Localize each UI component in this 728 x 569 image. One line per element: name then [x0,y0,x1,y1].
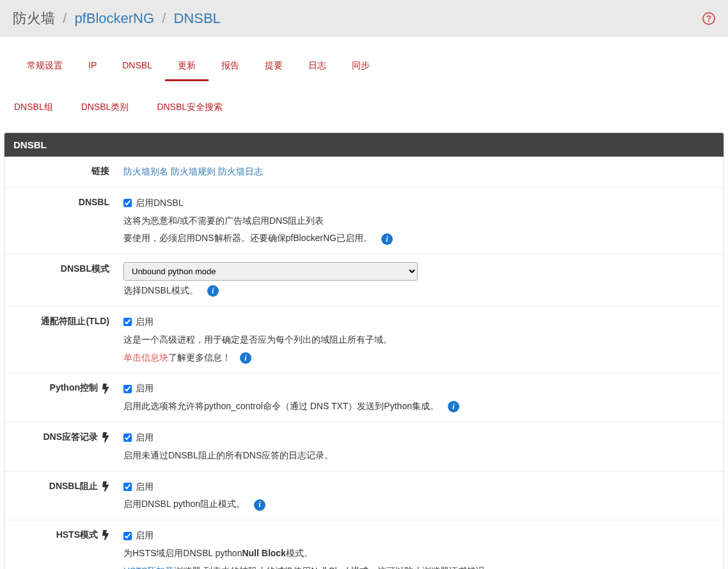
tab-update[interactable]: 更新 [165,52,209,81]
dnsbl-panel: DNSBL 链接 防火墙别名 防火墙规则 防火墙日志 DNSBL 启用DNSBL… [4,132,724,569]
breadcrumb-link-pfblockerng[interactable]: pfBlockerNG [74,10,154,26]
subtab-dnsbl-group[interactable]: DNSBL组 [14,95,66,120]
label-dns-reply: DNS应答记录 [4,430,123,464]
bolt-icon [102,382,109,393]
content-hsts: 启用 为HSTS域启用DNSBL pythonNull Block模式。 HST… [123,528,715,569]
checkbox-dnsbl-enable-label: 启用DNSBL [136,196,184,211]
checkbox-dns-reply-enable[interactable]: 启用 [123,430,715,446]
help-dnsbl-2: 要使用，必须启用DNS解析器。还要确保pfBlockerNG已启用。 i [123,231,715,246]
checkbox-python-enable-input[interactable] [123,385,132,393]
checkbox-hsts-enable-input[interactable] [123,532,132,540]
info-icon[interactable]: i [240,352,251,364]
checkbox-dnsbl-block-enable-label: 启用 [136,479,154,495]
row-tld: 通配符阻止(TLD) 启用 这是一个高级进程，用于确定是否应为每个列出的域阻止所… [4,307,724,373]
content-links: 防火墙别名 防火墙规则 防火墙日志 [123,164,715,180]
tab-dnsbl[interactable]: DNSBL [109,52,165,81]
row-python: Python控制 启用 启用此选项将允许将python_control命令（通过… [4,373,724,423]
help-hsts-2: HSTS预加载浏览器 列表中的被阻止的域将使用Null Block模式，这可以防… [123,564,715,569]
help-tld-2: 单击信息块了解更多信息！ i [123,350,715,366]
red-link-info: 单击信息块 [123,352,168,362]
checkbox-tld-enable[interactable]: 启用 [123,315,715,330]
subtab-dnsbl-safesearch[interactable]: DNSBL安全搜索 [157,95,235,120]
label-python: Python控制 [4,381,123,414]
label-dnsbl-block: DNSBL阻止 [4,479,123,513]
help-hsts-1: 为HSTS域启用DNSBL pythonNull Block模式。 [123,546,715,561]
help-tld-1: 这是一个高级进程，用于确定是否应为每个列出的域阻止所有子域。 [123,332,715,348]
checkbox-dnsbl-block-enable[interactable]: 启用 [123,479,715,495]
label-hsts: HSTS模式 [4,528,123,569]
row-dnsbl-block: DNSBL阻止 启用 启用DNSBL python阻止模式。 i [4,472,724,521]
info-icon[interactable]: i [381,233,393,245]
checkbox-hsts-enable-label: 启用 [136,528,154,543]
help-icon[interactable]: ? [702,12,715,25]
checkbox-hsts-enable[interactable]: 启用 [123,528,715,543]
subtab-dnsbl-category[interactable]: DNSBL类别 [81,95,142,120]
panel-body: 链接 防火墙别名 防火墙规则 防火墙日志 DNSBL 启用DNSBL 这将为恶意… [4,157,724,569]
checkbox-dns-reply-enable-input[interactable] [123,433,132,442]
label-mode: DNSBL模式 [4,262,123,299]
row-dns-reply: DNS应答记录 启用 启用未通过DNSBL阻止的所有DNS应答的日志记录。 [4,423,724,472]
link-firewall-rules[interactable]: 防火墙规则 [171,166,216,176]
link-firewall-log[interactable]: 防火墙日志 [218,166,263,176]
help-dnsbl-1: 这将为恶意和/或不需要的广告域启用DNS阻止列表 [123,214,715,229]
help-dnsbl-block: 启用DNSBL python阻止模式。 i [123,497,715,512]
panel-header: DNSBL [4,133,724,157]
checkbox-tld-enable-label: 启用 [136,315,154,330]
breadcrumb-sep: / [63,10,67,26]
content-dnsbl-block: 启用 启用DNSBL python阻止模式。 i [123,479,715,513]
checkbox-dns-reply-enable-label: 启用 [136,430,154,446]
select-dnsbl-mode[interactable]: Unbound python mode [123,262,418,281]
row-dnsbl: DNSBL 启用DNSBL 这将为恶意和/或不需要的广告域启用DNS阻止列表 要… [4,188,724,254]
info-icon[interactable]: i [254,499,265,511]
checkbox-python-enable-label: 启用 [136,381,154,396]
help-mode: 选择DNSBL模式。 i [123,283,715,299]
breadcrumb: 防火墙 / pfBlockerNG / DNSBL [13,9,221,28]
content-tld: 启用 这是一个高级进程，用于确定是否应为每个列出的域阻止所有子域。 单击信息块了… [123,315,715,365]
breadcrumb-root: 防火墙 [13,10,55,26]
content-python: 启用 启用此选项将允许将python_control命令（通过 DNS TXT）… [123,381,715,414]
tab-sync[interactable]: 同步 [339,52,383,81]
help-python: 启用此选项将允许将python_control命令（通过 DNS TXT）发送到… [123,399,715,414]
row-links: 链接 防火墙别名 防火墙规则 防火墙日志 [4,157,724,188]
link-firewall-alias[interactable]: 防火墙别名 [123,166,168,176]
label-links: 链接 [4,164,123,180]
checkbox-dnsbl-block-enable-input[interactable] [123,483,132,491]
sub-tabs: DNSBL组 DNSBL类别 DNSBL安全搜索 [0,81,728,132]
content-mode: Unbound python mode 选择DNSBL模式。 i [123,262,715,299]
main-tabs: 常规设置 IP DNSBL 更新 报告 提要 日志 同步 [0,37,728,81]
checkbox-python-enable[interactable]: 启用 [123,381,715,396]
tab-report[interactable]: 报告 [209,52,252,81]
info-icon[interactable]: i [448,401,459,412]
checkbox-tld-enable-input[interactable] [123,318,132,326]
bolt-icon [102,481,109,492]
checkbox-dnsbl-enable[interactable]: 启用DNSBL [123,196,715,211]
checkbox-dnsbl-enable-input[interactable] [123,199,132,207]
row-hsts: HSTS模式 启用 为HSTS域启用DNSBL pythonNull Block… [4,520,724,569]
link-hsts-preload[interactable]: HSTS预加载 [123,566,174,569]
breadcrumb-link-dnsbl[interactable]: DNSBL [173,10,220,26]
help-dns-reply: 启用未通过DNSBL阻止的所有DNS应答的日志记录。 [123,448,715,464]
label-tld: 通配符阻止(TLD) [4,315,123,365]
info-icon[interactable]: i [207,285,219,297]
bolt-icon [102,432,109,442]
tab-ip[interactable]: IP [75,52,109,81]
bolt-icon [102,529,109,540]
label-dnsbl: DNSBL [4,196,123,246]
breadcrumb-sep: / [162,10,166,26]
breadcrumb-bar: 防火墙 / pfBlockerNG / DNSBL ? [0,0,728,37]
content-dnsbl: 启用DNSBL 这将为恶意和/或不需要的广告域启用DNS阻止列表 要使用，必须启… [123,196,715,246]
tab-log[interactable]: 日志 [296,52,339,81]
tab-feed[interactable]: 提要 [252,52,296,81]
tab-general[interactable]: 常规设置 [14,52,75,81]
content-dns-reply: 启用 启用未通过DNSBL阻止的所有DNS应答的日志记录。 [123,430,715,464]
row-mode: DNSBL模式 Unbound python mode 选择DNSBL模式。 i [4,254,724,307]
